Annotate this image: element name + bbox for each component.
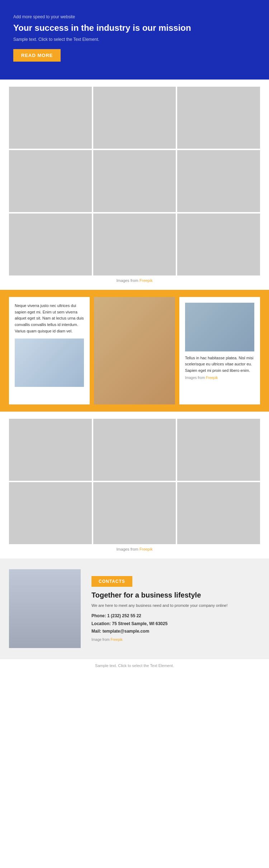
bottom-location: Location: 75 Street Sample, WI 63025 — [91, 620, 260, 628]
orange-card-2 — [94, 297, 175, 404]
freepik-link-1[interactable]: Freepik — [140, 278, 153, 283]
freepik-credit-1: Images from Freepik — [0, 278, 269, 283]
grid1-cell-5 — [93, 150, 176, 212]
hero-subtitle: Add more speed to your website — [13, 14, 256, 19]
orange-card-1-text: Neque viverra justo nec ultrices dui sap… — [15, 303, 84, 334]
hero-body-text: Sample text. Click to select the Text El… — [13, 37, 256, 42]
orange-card-3-link[interactable]: Freepik — [206, 376, 218, 380]
bottom-phone: Phone: 1 (232) 252 55 22 — [91, 612, 260, 620]
freepik-credit-2: Images from Freepik — [0, 547, 269, 551]
bottom-content: CONTACTS Together for a business lifesty… — [91, 576, 260, 642]
grid1-cell-9 — [177, 214, 260, 275]
freepik-link-2[interactable]: Freepik — [140, 547, 153, 551]
image-grid-2 — [0, 412, 269, 544]
grid1-cell-6 — [177, 150, 260, 212]
orange-card-2-image — [94, 297, 175, 404]
image-grid-1 — [0, 87, 269, 275]
grid1-cell-3 — [177, 87, 260, 149]
orange-card-3-credit: Images from Freepik — [185, 376, 254, 380]
grid1-cell-8 — [93, 214, 176, 275]
bottom-person-image — [9, 569, 81, 648]
grid2-cell-1 — [9, 419, 92, 481]
bottom-image-credit: Image from Freepik — [91, 638, 260, 642]
bottom-mail: Mail: template@sample.com — [91, 628, 260, 636]
grid2-cell-2 — [93, 419, 176, 481]
hero-section: Add more speed to your website Your succ… — [0, 0, 269, 80]
grid2-cell-4 — [9, 482, 92, 544]
grid2-cell-6 — [177, 482, 260, 544]
grid2-cell-5 — [93, 482, 176, 544]
orange-card-1-image — [15, 339, 84, 387]
grid1-cell-7 — [9, 214, 92, 275]
orange-card-1: Neque viverra justo nec ultrices dui sap… — [9, 297, 90, 404]
bottom-title: Together for a business lifestyle — [91, 590, 260, 600]
hero-title: Your success in the industry is our miss… — [13, 22, 256, 33]
bottom-image-credit-link[interactable]: Freepik — [110, 638, 122, 642]
footer: Sample text. Click to select the Text El… — [0, 659, 269, 672]
orange-section: Neque viverra justo nec ultrices dui sap… — [0, 290, 269, 412]
bottom-description: We are here to meet any business need an… — [91, 603, 260, 609]
orange-card-3-text: Tellus in hac habitasse platea. Nisl mis… — [185, 355, 254, 374]
grid1-cell-1 — [9, 87, 92, 149]
grid1-cell-4 — [9, 150, 92, 212]
readmore-button[interactable]: READ MORE — [13, 49, 61, 62]
bottom-section: CONTACTS Together for a business lifesty… — [0, 558, 269, 659]
orange-card-3: Tellus in hac habitasse platea. Nisl mis… — [179, 297, 260, 404]
grid2-cell-3 — [177, 419, 260, 481]
contacts-button[interactable]: CONTACTS — [91, 576, 132, 587]
bottom-contact-info: Phone: 1 (232) 252 55 22 Location: 75 St… — [91, 612, 260, 636]
footer-text: Sample text. Click to select the Text El… — [95, 663, 174, 668]
grid1-cell-2 — [93, 87, 176, 149]
orange-card-3-image — [185, 303, 254, 351]
